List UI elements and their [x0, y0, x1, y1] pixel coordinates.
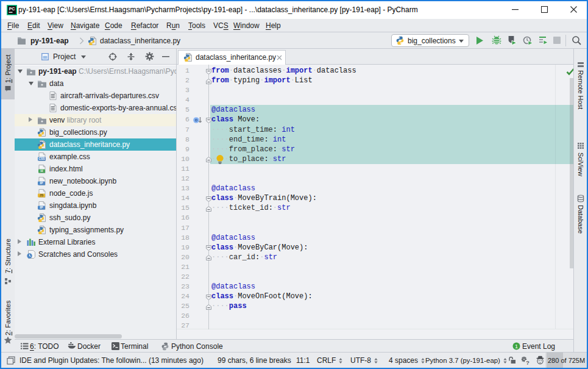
svg-text:1: 1	[515, 343, 518, 349]
svg-text:CSS: CSS	[38, 157, 45, 160]
svg-text:IP: IP	[40, 206, 43, 209]
svg-text:IP: IP	[40, 181, 43, 185]
svg-text:H: H	[40, 169, 43, 173]
svg-text:?: ?	[526, 359, 530, 365]
svg-text:JS: JS	[40, 193, 44, 197]
svg-text:PC: PC	[9, 7, 15, 11]
